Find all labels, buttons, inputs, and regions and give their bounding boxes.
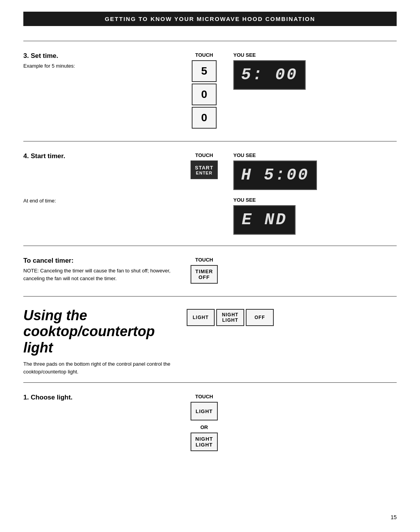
keys-stack-set: 5 0 0 (192, 60, 217, 130)
touch-col-set: TOUCH 5 0 0 (187, 52, 222, 130)
pad-row: LIGHT NIGHT LIGHT OFF (187, 309, 274, 326)
divider-top (23, 41, 397, 41)
divider-2 (23, 141, 397, 141)
cooktop-light-heading: Using the cooktop/countertop light (23, 307, 179, 356)
start-key-label: START (195, 165, 213, 171)
start-timer-heading: 4. Start timer. (23, 152, 179, 160)
end-of-time-right: YOU SEE E ND (187, 197, 397, 235)
you-see-col-set: YOU SEE 5: 00 (233, 52, 306, 90)
touch-col-cancel: TOUCH TIMER OFF (187, 257, 222, 285)
end-of-time-left: At end of time: (23, 197, 187, 205)
touch-col-light: TOUCH LIGHT OR NIGHT LIGHT (187, 394, 222, 453)
set-time-example: Example for 5 minutes: (23, 62, 179, 70)
timer-off-key[interactable]: TIMER OFF (191, 265, 218, 284)
end-of-time-row: At end of time: YOU SEE E ND (23, 197, 397, 235)
you-see-col-end: YOU SEE E ND (233, 197, 296, 235)
cancel-timer-note: NOTE: Canceling the timer will cause the… (23, 267, 179, 282)
cancel-timer-right: TOUCH TIMER OFF (187, 257, 397, 285)
set-time-right: TOUCH 5 0 0 YOU SEE 5: 00 (187, 52, 397, 130)
touch-label-set: TOUCH (195, 52, 213, 58)
light-key-label: LIGHT (196, 408, 213, 414)
cancel-timer-left: To cancel timer: NOTE: Canceling the tim… (23, 257, 187, 282)
night-light-key[interactable]: NIGHT LIGHT (191, 433, 218, 451)
night-light-pad-label2: LIGHT (222, 317, 238, 323)
start-timer-row: 4. Start timer. TOUCH START ENTER YOU SE… (23, 152, 397, 190)
display-start: H 5:00 (233, 160, 317, 190)
page-header: GETTING TO KNOW YOUR MICROWAVE HOOD COMB… (23, 12, 397, 26)
you-see-label-set: YOU SEE (233, 52, 256, 58)
choose-light-heading: 1. Choose light. (23, 394, 179, 401)
night-light-key-label1: NIGHT (195, 436, 213, 442)
display-end: E ND (233, 205, 296, 235)
timer-off-line1: TIMER (195, 269, 213, 274)
touch-label-light: TOUCH (195, 394, 213, 399)
light-pad[interactable]: LIGHT (187, 309, 215, 326)
choose-light-right: TOUCH LIGHT OR NIGHT LIGHT (187, 394, 397, 453)
display-set-time: 5: 00 (233, 60, 306, 90)
light-pad-label: LIGHT (193, 315, 209, 320)
end-of-time-label: At end of time: (23, 197, 179, 205)
key-0a[interactable]: 0 (192, 84, 217, 105)
you-see-label-end: YOU SEE (233, 197, 256, 203)
cancel-timer-section: To cancel timer: NOTE: Canceling the tim… (23, 253, 397, 289)
choose-light-left: 1. Choose light. (23, 394, 187, 404)
start-timer-right: TOUCH START ENTER YOU SEE H 5:00 (187, 152, 397, 190)
choose-light-section: 1. Choose light. TOUCH LIGHT OR NIGHT LI… (23, 390, 397, 457)
night-light-pad-label1: NIGHT (222, 312, 238, 317)
divider-5 (23, 382, 397, 383)
set-time-heading: 3. Set time. (23, 52, 179, 60)
touch-col-start: TOUCH START ENTER (187, 152, 222, 181)
timer-off-line2: OFF (199, 274, 210, 280)
enter-key-label: ENTER (196, 171, 212, 175)
cooktop-light-desc: The three pads on the bottom right of th… (23, 360, 179, 375)
off-pad-label: OFF (255, 315, 265, 320)
divider-4 (23, 296, 397, 297)
divider-3 (23, 246, 397, 246)
key-5[interactable]: 5 (192, 60, 217, 82)
cancel-timer-heading: To cancel timer: (23, 257, 179, 265)
off-pad[interactable]: OFF (246, 309, 274, 326)
cooktop-light-row: Using the cooktop/countertop light The t… (23, 304, 397, 375)
start-timer-section: 4. Start timer. TOUCH START ENTER YOU SE… (23, 148, 397, 239)
cooktop-light-left: Using the cooktop/countertop light The t… (23, 304, 187, 375)
cooktop-light-pads: LIGHT NIGHT LIGHT OFF (187, 304, 397, 326)
touch-label-start: TOUCH (195, 152, 213, 158)
light-key[interactable]: LIGHT (191, 402, 218, 420)
night-light-key-label2: LIGHT (196, 442, 213, 448)
key-0b[interactable]: 0 (192, 107, 217, 129)
start-timer-left: 4. Start timer. (23, 152, 187, 162)
or-label: OR (200, 424, 208, 430)
you-see-col-start: YOU SEE H 5:00 (233, 152, 317, 190)
start-key[interactable]: START ENTER (191, 160, 218, 179)
set-time-left: 3. Set time. Example for 5 minutes: (23, 52, 187, 70)
you-see-label-start: YOU SEE (233, 152, 256, 158)
page-number: 15 (390, 514, 397, 520)
touch-label-cancel: TOUCH (195, 257, 213, 263)
night-light-pad[interactable]: NIGHT LIGHT (216, 309, 244, 326)
set-time-section: 3. Set time. Example for 5 minutes: TOUC… (23, 48, 397, 134)
